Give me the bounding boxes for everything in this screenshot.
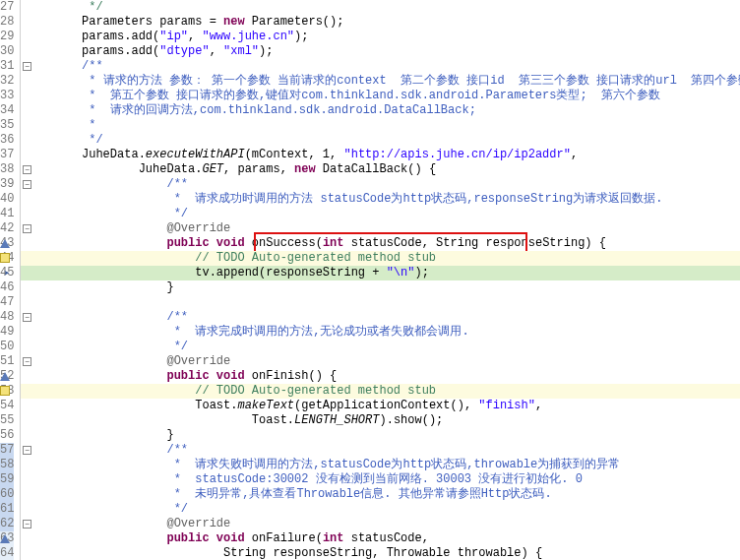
code-token: int xyxy=(323,236,344,250)
code-token: Parameters params = xyxy=(25,15,223,29)
code-token: void xyxy=(216,531,245,545)
code-token: /** xyxy=(25,443,188,457)
line-number: 31 xyxy=(0,59,14,74)
code-line[interactable]: @Override xyxy=(21,221,740,236)
code-line[interactable]: public void onFailure(int statusCode, xyxy=(21,531,740,546)
code-line[interactable]: */ xyxy=(21,502,740,517)
line-number: 42 xyxy=(0,221,14,236)
code-token: params.add( xyxy=(25,44,159,58)
code-line[interactable]: Toast.makeText(getApplicationContext(), … xyxy=(21,399,740,413)
warning-marker-icon[interactable] xyxy=(0,386,10,396)
code-line[interactable]: * 请求的回调方法,com.thinkland.sdk.android.Data… xyxy=(21,103,740,118)
code-token: // TODO Auto-generated method stub xyxy=(195,251,436,265)
code-line[interactable]: JuheData.executeWithAPI(mContext, 1, "ht… xyxy=(21,148,740,162)
code-token: ); xyxy=(294,30,308,43)
line-number: 32 xyxy=(0,74,14,89)
code-token: public xyxy=(166,369,209,383)
code-line[interactable]: } xyxy=(21,428,740,443)
code-token: onFinish() { xyxy=(245,369,338,383)
override-marker-icon[interactable] xyxy=(0,372,10,381)
line-number: 51 xyxy=(0,354,14,369)
code-line[interactable]: } xyxy=(21,280,740,295)
code-line[interactable]: // TODO Auto-generated method stub xyxy=(21,251,740,266)
code-line[interactable]: Parameters params = new Parameters(); xyxy=(21,15,740,30)
code-line[interactable]: */ xyxy=(21,340,740,354)
code-token: onSuccess( xyxy=(245,236,323,250)
code-line[interactable]: // TODO Auto-generated method stub xyxy=(21,384,740,399)
code-line[interactable]: /** xyxy=(21,443,740,458)
code-line[interactable]: */ xyxy=(21,133,740,148)
code-token: String responseString, Throwable throwab… xyxy=(25,546,542,560)
code-line[interactable]: * 请求成功时调用的方法 statusCode为http状态码,response… xyxy=(21,192,740,207)
code-token xyxy=(210,369,216,383)
code-line[interactable] xyxy=(21,295,740,310)
code-token: (getApplicationContext(), xyxy=(294,399,478,412)
code-token: /** xyxy=(25,59,102,73)
code-token: , xyxy=(571,148,578,161)
code-token: // TODO Auto-generated method stub xyxy=(195,384,436,398)
line-number: 54 xyxy=(0,399,14,413)
code-line[interactable]: public void onFinish() { xyxy=(21,369,740,384)
code-line[interactable]: tv.append(responseString + "\n"); xyxy=(21,266,740,280)
code-token: public xyxy=(166,531,209,545)
code-token: tv.append(responseString + xyxy=(25,266,386,280)
line-number: 34 xyxy=(0,103,14,118)
code-token: /** xyxy=(25,310,188,324)
code-line[interactable]: /** xyxy=(21,59,740,74)
code-token: ); xyxy=(259,44,273,58)
code-token: , params, xyxy=(223,162,294,176)
code-line[interactable]: Toast.LENGTH_SHORT).show(); xyxy=(21,413,740,428)
code-token: (mContext, 1, xyxy=(245,148,344,161)
code-line[interactable]: /** xyxy=(21,310,740,325)
code-line[interactable]: public void onSuccess(int statusCode, St… xyxy=(21,236,740,251)
code-token: statusCode, String responseString) { xyxy=(344,236,606,250)
code-token: "finish" xyxy=(478,399,535,412)
code-line[interactable]: params.add("dtype", "xml"); xyxy=(21,44,740,59)
code-token xyxy=(25,384,195,398)
line-number: 45➤ xyxy=(0,266,14,280)
code-line[interactable]: * 请求的方法 参数： 第一个参数 当前请求的context 第二个参数 接口i… xyxy=(21,74,740,89)
code-token: * 请求的方法 参数： 第一个参数 当前请求的context 第二个参数 接口i… xyxy=(25,74,740,88)
line-number: 35 xyxy=(0,118,14,133)
code-token: Toast. xyxy=(25,399,237,412)
code-line[interactable]: @Override xyxy=(21,354,740,369)
code-line[interactable]: * statusCode:30002 没有检测到当前网络. 30003 没有进行… xyxy=(21,472,740,487)
line-number: 50 xyxy=(0,340,14,354)
code-line[interactable]: String responseString, Throwable throwab… xyxy=(21,546,740,560)
line-number: 52 xyxy=(0,369,14,384)
code-line[interactable]: * xyxy=(21,118,740,133)
code-token: int xyxy=(323,531,344,545)
code-token: * 未明异常,具体查看Throwable信息. 其他异常请参照Http状态码. xyxy=(25,487,551,501)
line-number: 59 xyxy=(0,472,14,487)
warning-marker-icon[interactable] xyxy=(0,253,10,263)
code-area[interactable]: */ Parameters params = new Parameters();… xyxy=(21,0,740,560)
line-number: 60 xyxy=(0,487,14,502)
code-line[interactable]: params.add("ip", "www.juhe.cn"); xyxy=(21,30,740,44)
override-marker-icon[interactable] xyxy=(0,239,10,248)
code-line[interactable]: * 请求完成时调用的方法,无论成功或者失败都会调用. xyxy=(21,325,740,340)
code-editor[interactable]: 27282930313233343536373839404142434445➤4… xyxy=(0,0,740,560)
code-line[interactable]: */ xyxy=(21,0,740,15)
line-number: 30 xyxy=(0,44,14,59)
code-token: } xyxy=(25,428,173,442)
code-line[interactable]: @Override xyxy=(21,517,740,531)
code-token: * 请求的回调方法,com.thinkland.sdk.android.Data… xyxy=(25,103,475,117)
code-token: @Override xyxy=(25,354,230,368)
code-token: "dtype" xyxy=(159,44,209,58)
code-token: @Override xyxy=(25,517,230,530)
code-line[interactable]: /** xyxy=(21,177,740,192)
change-marker-icon[interactable]: ➤ xyxy=(0,267,10,277)
code-token xyxy=(210,236,216,250)
code-token: * statusCode:30002 没有检测到当前网络. 30003 没有进行… xyxy=(25,472,582,486)
code-line[interactable]: */ xyxy=(21,207,740,221)
code-line[interactable]: * 请求失败时调用的方法,statusCode为http状态码,throwabl… xyxy=(21,458,740,472)
line-number: 57 xyxy=(0,443,14,458)
code-line[interactable]: JuheData.GET, params, new DataCallBack()… xyxy=(21,162,740,177)
code-line[interactable]: * 第五个参数 接口请求的参数,键值对com.thinkland.sdk.and… xyxy=(21,89,740,103)
code-token: ).show(); xyxy=(379,413,443,427)
code-line[interactable]: * 未明异常,具体查看Throwable信息. 其他异常请参照Http状态码. xyxy=(21,487,740,502)
line-number: 39 xyxy=(0,177,14,192)
code-token xyxy=(25,369,166,383)
code-token: GET xyxy=(202,162,223,176)
override-marker-icon[interactable] xyxy=(0,534,10,543)
